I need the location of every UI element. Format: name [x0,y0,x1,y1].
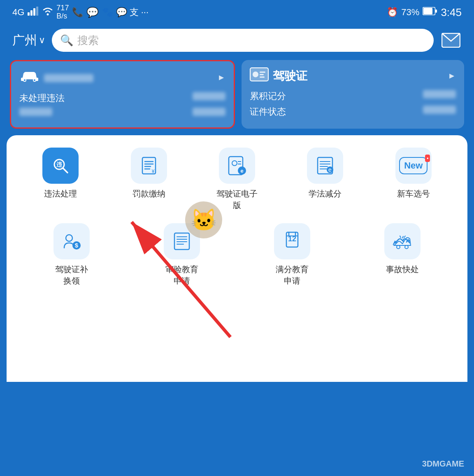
violation-value-blurred [193,92,225,100]
menu-grid-row2: $ 驾驶证补换领 审验教育申请 [16,223,458,287]
wechat-icon: 💬 [86,7,99,18]
svg-point-28 [232,161,237,166]
car-icon [19,69,40,86]
more-icons: 🐾 💬 支 ··· [102,6,149,18]
vehicle-card-header: ► [19,69,225,86]
city-selector[interactable]: 广州 ∨ [12,32,45,49]
status-value-blurred [423,106,456,114]
svg-point-11 [24,79,26,81]
menu-item-violation[interactable]: 违 违法处理 [16,148,105,211]
accident-label: 事故快处 [386,263,419,275]
svg-rect-16 [260,74,264,75]
search-bar[interactable]: 🔍 搜索 [52,29,434,52]
svg-text:违: 违 [56,161,63,168]
vehicle-extra2-blurred [193,108,225,116]
violation-label: 违法处理 [44,188,77,199]
vehicle-extra1-blurred [19,108,52,116]
chevron-down-icon: ∨ [39,35,45,46]
score-value-blurred [423,90,456,98]
main-card: 违 违法处理 ¥ 罚款缴纳 [7,135,467,382]
svg-point-40 [66,235,72,241]
study-icon-circle: e [307,148,343,184]
alarm-icon: ⏰ [387,7,398,18]
svg-text:e: e [328,166,332,173]
cards-row: ► 未处理违法 驾驶证 [0,60,474,129]
cat-mascot: 🐱 [185,201,222,238]
svg-text:¥: ¥ [151,169,154,174]
license-icon [250,67,269,84]
svg-text:e: e [240,168,243,174]
svg-rect-6 [423,8,432,14]
vehicle-violation-row: 未处理违法 [19,92,225,104]
svg-point-54 [405,245,408,249]
wifi-icon [42,7,53,18]
new-badge-text: New [404,160,423,171]
elicense-icon-circle: e [219,148,255,184]
license-score-row: 累积记分 [250,90,456,102]
call-icon: 📞 [72,7,83,18]
renew-label: 驾驶证补换领 [55,263,88,287]
status-right: ⏰ 73% 3:45 [387,6,462,19]
search-icon: 🔍 [60,34,73,47]
study-label: 学法减分 [309,188,342,199]
fullscore-label: 满分教育申请 [276,263,309,287]
newcar-label: 新车选号 [397,188,430,199]
menu-item-audit[interactable]: 审验教育申请 [127,223,237,287]
svg-text:$: $ [75,242,79,249]
network-speed: 717B/s [56,4,69,21]
status-label: 证件状态 [250,106,286,118]
menu-item-full-score[interactable]: 12 满分教育申请 [237,223,347,287]
vehicle-card[interactable]: ► 未处理违法 [10,60,235,129]
svg-point-4 [47,14,49,16]
menu-item-accident[interactable]: 事故快处 [347,223,458,287]
license-card-header: 驾驶证 ► [250,67,456,84]
svg-rect-3 [36,7,38,16]
svg-rect-2 [33,8,35,16]
violation-label: 未处理违法 [19,92,65,104]
renew-icon-circle: $ [53,223,90,259]
menu-item-fine[interactable]: ¥ 罚款缴纳 [105,148,193,211]
svg-rect-1 [30,10,33,16]
license-status-row: 证件状态 [250,106,456,118]
svg-line-55 [402,236,403,238]
svg-point-14 [253,72,258,77]
violation-icon-circle: 违 [42,148,79,184]
score-label: 累积记分 [250,90,286,102]
svg-point-12 [34,79,35,81]
svg-rect-15 [260,72,265,73]
city-name: 广州 [12,32,37,49]
license-title: 驾驶证 [273,68,307,84]
license-card-title: 驾驶证 [250,67,307,84]
time-display: 3:45 [441,6,462,19]
svg-rect-17 [260,76,265,78]
menu-item-newcar[interactable]: New • 新车选号 [369,148,458,211]
svg-line-56 [404,236,405,238]
svg-line-57 [400,236,401,238]
status-left: 4G 717B/s 📞 💬 🐾 💬 支 ··· [12,4,149,21]
elicense-label: 驾驶证电子版 [216,188,258,211]
new-badge-dot: • [425,155,430,162]
svg-rect-7 [435,9,437,13]
svg-line-19 [63,168,67,173]
vehicle-title-blurred [44,71,93,84]
mail-icon[interactable] [440,32,462,49]
status-bar: 4G 717B/s 📞 💬 🐾 💬 支 ··· ⏰ 73% [0,0,474,25]
vehicle-card-title [19,69,93,86]
newcar-icon-circle: New • [395,148,432,184]
fine-label: 罚款缴纳 [132,188,165,199]
vehicle-card-arrow: ► [217,73,225,82]
svg-rect-0 [28,12,30,16]
license-card[interactable]: 驾驶证 ► 累积记分 证件状态 [242,60,464,129]
vehicle-extra-row [19,108,225,116]
menu-item-study[interactable]: e 学法减分 [281,148,369,211]
header: 广州 ∨ 🔍 搜索 [0,25,474,60]
signal-bars-icon [28,7,39,18]
menu-grid-row1: 违 违法处理 ¥ 罚款缴纳 [16,148,458,211]
audit-label: 审验教育申请 [165,263,198,287]
battery-icon [423,7,437,18]
search-placeholder: 搜索 [77,33,99,48]
svg-point-53 [397,245,400,249]
signal-text: 4G [12,7,24,18]
menu-item-renew[interactable]: $ 驾驶证补换领 [16,223,127,287]
fine-icon-circle: ¥ [131,148,167,184]
